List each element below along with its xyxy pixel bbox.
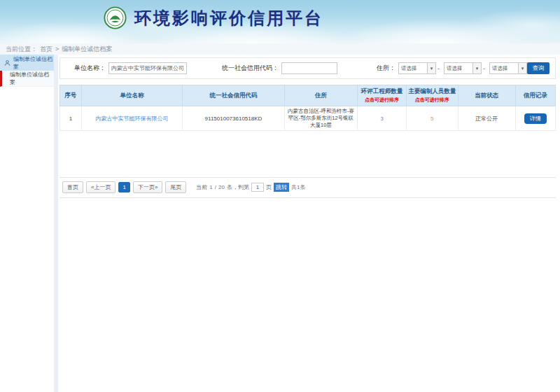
sidebar-item-label: 编制单位诚信档案	[10, 71, 54, 86]
page-title: 环境影响评价信用平台	[134, 7, 323, 29]
credit-code-input[interactable]	[281, 62, 337, 74]
address-separator: -	[438, 65, 440, 72]
col-address: 住所	[284, 85, 358, 106]
table-header-row: 序号 单位名称 统一社会信用代码 住所 环评工程师数量 点击可进行排序 主要编制…	[60, 85, 556, 106]
sidebar-group-label: 编制单位诚信档案	[13, 55, 54, 71]
page-number-button[interactable]: 1	[118, 182, 130, 192]
col-credit-record: 信用记录	[515, 85, 555, 106]
address-label: 住所：	[377, 64, 396, 73]
col-staff-count[interactable]: 主要编制人员数量 点击可进行排序	[406, 85, 458, 106]
cell-address: 内蒙古自治区-呼和浩特市-赛罕区-鄂尔多斯东街12号银联大厦10层	[284, 106, 358, 131]
credit-code-label: 统一社会信用代码：	[222, 64, 279, 73]
sort-hint: 点击可进行排序	[358, 97, 405, 104]
units-table: 序号 单位名称 统一社会信用代码 住所 环评工程师数量 点击可进行排序 主要编制…	[59, 85, 556, 131]
platform-logo	[104, 6, 127, 29]
first-page-button[interactable]: 首页	[62, 181, 83, 193]
chevron-down-icon: ▾	[518, 63, 526, 74]
detail-button[interactable]: 详情	[524, 113, 547, 124]
body: 编制单位诚信档案 编制单位诚信档案 单位名称： 统一社会信用代码： 住所： 请选…	[0, 55, 560, 392]
breadcrumb-prefix: 当前位置：	[6, 45, 37, 54]
breadcrumb-separator: >	[55, 46, 59, 52]
current-page-value: 1	[209, 184, 212, 190]
user-icon	[4, 59, 10, 66]
jump-button[interactable]: 跳转	[274, 183, 289, 192]
district-select[interactable]: 请选择 ▾	[489, 62, 527, 74]
total-count: 共1条	[291, 183, 305, 191]
engineer-count-link[interactable]: 3	[380, 115, 383, 122]
cell-unit-name: 内蒙古中实节能环保有限公司	[81, 106, 182, 131]
brand: 环境影响评价信用平台	[104, 6, 323, 29]
cell-index: 1	[60, 106, 82, 131]
cell-credit-record: 详情	[515, 106, 555, 131]
breadcrumb-home[interactable]: 首页	[40, 45, 52, 54]
sidebar-group-header[interactable]: 编制单位诚信档案	[0, 55, 54, 71]
col-engineer-count[interactable]: 环评工程师数量 点击可进行排序	[358, 85, 407, 106]
breadcrumb: 当前位置： 首页 > 编制单位诚信档案	[0, 43, 560, 55]
address-separator: -	[483, 65, 485, 72]
sidebar: 编制单位诚信档案 编制单位诚信档案	[0, 55, 54, 392]
cell-credit-code: 9115010073610518KD	[183, 106, 284, 131]
cell-staff-count: 5	[406, 106, 458, 131]
col-unit-name: 单位名称	[81, 85, 182, 106]
per-page-value: 20	[218, 184, 225, 190]
next-page-button[interactable]: 下一页»	[133, 181, 162, 193]
breadcrumb-current: 编制单位诚信档案	[62, 45, 112, 54]
sidebar-item-archive[interactable]: 编制单位诚信档案	[0, 71, 54, 87]
unit-name-label: 单位名称：	[74, 64, 106, 73]
page: 环境影响评价信用平台 当前位置： 首页 > 编制单位诚信档案 编制单位诚信档案 …	[0, 0, 560, 392]
jump-page-input[interactable]	[251, 183, 264, 192]
col-index: 序号	[60, 85, 82, 106]
table-row: 1 内蒙古中实节能环保有限公司 9115010073610518KD 内蒙古自治…	[60, 106, 556, 131]
prev-page-button[interactable]: «上一页	[86, 181, 115, 193]
province-select[interactable]: 请选择 ▾	[398, 62, 436, 74]
col-credit-code: 统一社会信用代码	[183, 85, 284, 106]
cell-status: 正常公开	[458, 106, 515, 131]
last-page-button[interactable]: 尾页	[165, 181, 186, 193]
pagination: 首页 «上一页 1 下一页» 尾页 当前 1 / 20 条，到第 页 跳转 共1…	[59, 177, 556, 198]
cell-engineer-count: 3	[358, 106, 407, 131]
city-select[interactable]: 请选择 ▾	[444, 62, 482, 74]
sort-hint: 点击可进行排序	[407, 97, 457, 104]
main-content: 单位名称： 统一社会信用代码： 住所： 请选择 ▾ - 请选择 ▾ - 请选择 …	[58, 55, 560, 392]
col-status: 当前状态	[458, 85, 515, 106]
chevron-down-icon: ▾	[427, 63, 435, 74]
search-panel: 单位名称： 统一社会信用代码： 住所： 请选择 ▾ - 请选择 ▾ - 请选择 …	[59, 57, 556, 79]
chevron-down-icon: ▾	[472, 63, 481, 74]
unit-name-link[interactable]: 内蒙古中实节能环保有限公司	[95, 115, 168, 122]
unit-name-input[interactable]	[108, 62, 187, 74]
query-button[interactable]: 查询	[527, 62, 550, 74]
staff-count-link[interactable]: 5	[430, 115, 433, 122]
app-header: 环境影响评价信用平台	[0, 0, 560, 43]
pagination-info: 当前 1 / 20 条，到第 页 跳转 共1条	[196, 183, 305, 192]
